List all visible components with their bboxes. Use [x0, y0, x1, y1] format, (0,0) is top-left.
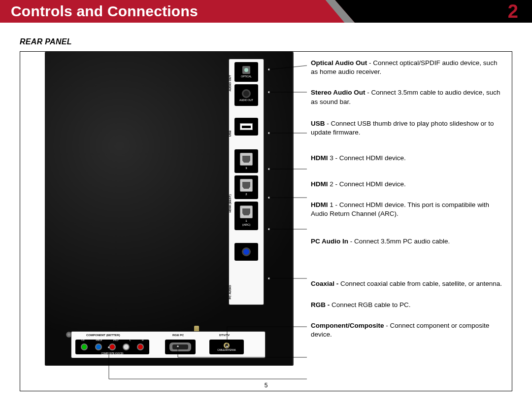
- description-column: Optical Audio Out - Connect optical/SPDI…: [311, 59, 505, 351]
- desc-coax: Coaxial - Connect coaxial cable from cab…: [311, 279, 505, 288]
- desc-rgb: RGB - Connect RGB cable to PC.: [311, 301, 505, 309]
- header-title: Controls and Connections: [11, 3, 198, 20]
- hdmi-icon: [240, 206, 253, 218]
- label-usb-group: USB: [229, 124, 232, 143]
- label-dtv: DTV/TV: [219, 334, 230, 337]
- port-pc-audio: [234, 243, 258, 261]
- jack-icon: [242, 89, 251, 98]
- hdmi-icon: [240, 153, 253, 166]
- label-composite: COMPOSITE (GOOD): [75, 352, 149, 355]
- rca-l: [123, 343, 130, 350]
- optical-icon: [242, 66, 250, 74]
- side-connector-panel: AUDIO OUT USB HDMI (BEST) PC AUDIO OPTIC…: [229, 59, 264, 305]
- rca-block: Y/V Pb/Cb Pr/Cr L R COMPOSITE (GOOD): [75, 340, 149, 354]
- page-number: 5: [265, 382, 268, 389]
- chapter-number: 2: [508, 1, 518, 22]
- desc-hdmi1: HDMI 1 - Connect HDMI device. This port …: [311, 201, 505, 218]
- vga-icon: [169, 342, 191, 351]
- vga-block: [165, 340, 196, 354]
- desc-pcaudio: PC Audio In - Connect 3.5mm PC audio cab…: [311, 237, 505, 246]
- port-optical: OPTICAL: [234, 62, 258, 82]
- port-audio-out: AUDIO OUT: [234, 84, 258, 106]
- rca-top-labels: Y/V Pb/Cb Pr/Cr L R: [75, 339, 149, 342]
- port-hdmi-1: 1 (ARC): [234, 202, 258, 230]
- audio-out-label: AUDIO OUT: [239, 99, 253, 102]
- desc-stereo: Stereo Audio Out - Connect 3.5mm cable t…: [311, 88, 505, 106]
- label-pcaudio-group: PC AUDIO: [229, 282, 232, 302]
- port-usb: [234, 118, 258, 136]
- rca-y: [81, 343, 88, 350]
- label-rgb: RGB PC: [172, 334, 184, 337]
- page-header: Controls and Connections 2: [0, 0, 532, 23]
- rca-pr: [109, 343, 116, 350]
- bottom-connector-panel: COMPONENT (BETTER) RGB PC DTV/TV Y/V Pb/…: [71, 331, 266, 358]
- jack-icon: [242, 247, 251, 256]
- usb-icon: [240, 123, 253, 130]
- desc-usb: USB - Connect USB thumb drive to play ph…: [311, 119, 505, 137]
- optical-label: OPTICAL: [241, 75, 251, 78]
- coax-block: CABLE/ANTENNA: [209, 340, 244, 354]
- port-hdmi-2: 2: [234, 175, 258, 199]
- desc-hdmi3: HDMI 3 - Connect HDMI device.: [311, 154, 505, 163]
- label-audio-out-group: AUDIO OUT: [229, 73, 232, 93]
- hdmi-icon: [240, 179, 253, 192]
- rca-r: [137, 343, 144, 350]
- port-hdmi-3: 3: [234, 149, 258, 173]
- diagram-frame: AUDIO OUT USB HDMI (BEST) PC AUDIO OPTIC…: [20, 51, 512, 391]
- desc-hdmi2: HDMI 2 - Connect HDMI device.: [311, 180, 505, 189]
- desc-optical: Optical Audio Out - Connect optical/SPDI…: [311, 59, 505, 76]
- label-component: COMPONENT (BETTER): [86, 334, 120, 337]
- coax-icon: [224, 342, 230, 348]
- section-title: REAR PANEL: [20, 37, 532, 46]
- rca-pb: [95, 343, 102, 350]
- desc-comp: Component/Composite - Connect component …: [311, 321, 505, 339]
- label-hdmi-group: HDMI (BEST): [229, 194, 232, 213]
